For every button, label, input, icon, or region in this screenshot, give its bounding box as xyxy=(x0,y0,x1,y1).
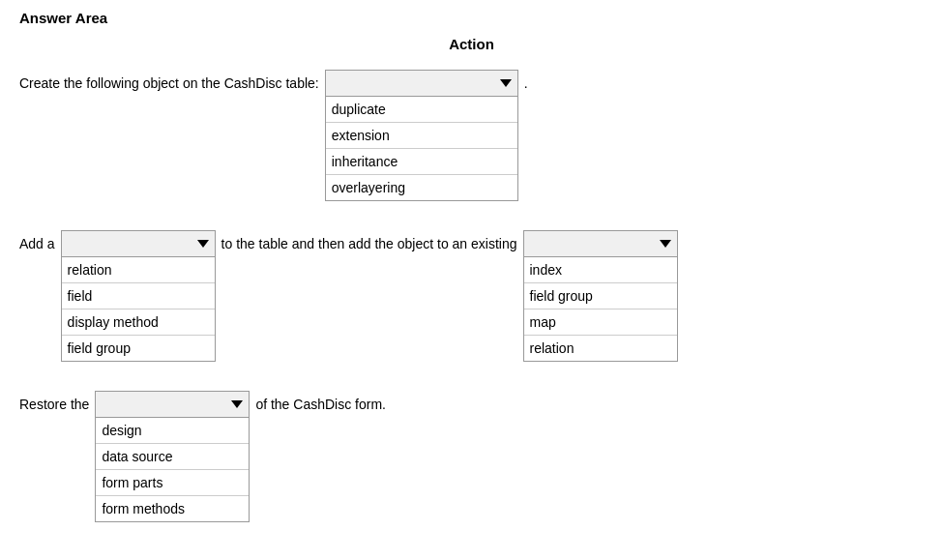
row1-suffix: . xyxy=(524,70,528,97)
dropdown-restore-type-header[interactable] xyxy=(95,391,250,418)
list-item[interactable]: field xyxy=(62,283,215,309)
list-item[interactable]: relation xyxy=(524,336,677,361)
dropdown-object-type[interactable]: duplicate extension inheritance overlaye… xyxy=(325,70,518,201)
dropdown-field-type-list: relation field display method field grou… xyxy=(61,257,216,362)
list-item[interactable]: data source xyxy=(96,444,249,470)
list-item[interactable]: extension xyxy=(326,123,517,149)
list-item[interactable]: duplicate xyxy=(326,97,517,123)
dropdown-field-type-header[interactable] xyxy=(61,230,216,257)
dropdown-existing-type-arrow xyxy=(660,240,671,248)
dropdown-existing-type[interactable]: index field group map relation xyxy=(523,230,678,362)
list-item[interactable]: form parts xyxy=(96,470,249,496)
row2-middle: to the table and then add the object to … xyxy=(221,230,517,257)
dropdown-existing-type-list: index field group map relation xyxy=(523,257,678,362)
list-item[interactable]: inheritance xyxy=(326,149,517,175)
list-item[interactable]: display method xyxy=(62,309,215,336)
action-title: Action xyxy=(19,36,924,52)
list-item[interactable]: field group xyxy=(524,283,677,309)
answer-area-title: Answer Area xyxy=(19,10,924,26)
dropdown-restore-type[interactable]: design data source form parts form metho… xyxy=(95,391,250,522)
row1-prefix: Create the following object on the CashD… xyxy=(19,70,319,97)
dropdown-restore-type-arrow xyxy=(231,400,243,408)
dropdown-object-type-arrow xyxy=(500,79,512,87)
dropdown-field-type-arrow xyxy=(197,240,209,248)
list-item[interactable]: overlayering xyxy=(326,175,517,200)
list-item[interactable]: design xyxy=(96,418,249,444)
row3-prefix: Restore the xyxy=(19,391,89,418)
list-item[interactable]: map xyxy=(524,309,677,336)
row-restore: Restore the design data source form part… xyxy=(19,391,924,522)
dropdown-restore-type-list: design data source form parts form metho… xyxy=(95,418,250,522)
row-create-object: Create the following object on the CashD… xyxy=(19,70,924,201)
dropdown-field-type[interactable]: relation field display method field grou… xyxy=(61,230,216,362)
row3-suffix: of the CashDisc form. xyxy=(255,391,386,418)
list-item[interactable]: index xyxy=(524,257,677,283)
list-item[interactable]: field group xyxy=(62,336,215,361)
row-add-field: Add a relation field display method fiel… xyxy=(19,230,924,362)
list-item[interactable]: form methods xyxy=(96,496,249,521)
dropdown-object-type-header[interactable] xyxy=(325,70,518,97)
row2-prefix: Add a xyxy=(19,230,55,257)
dropdown-existing-type-header[interactable] xyxy=(523,230,678,257)
dropdown-object-type-list: duplicate extension inheritance overlaye… xyxy=(325,97,518,201)
list-item[interactable]: relation xyxy=(62,257,215,283)
